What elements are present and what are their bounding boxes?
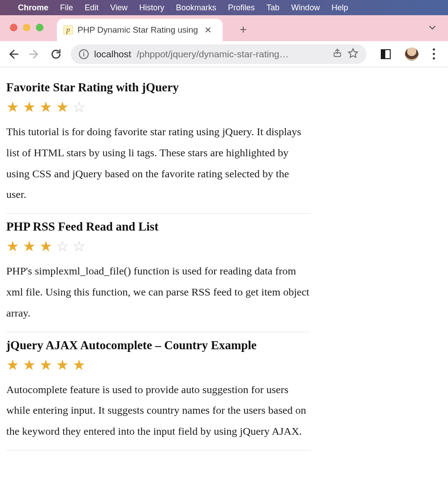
dot-icon [433,48,435,51]
article: Favorite Star Rating with jQuery★★★★☆Thi… [6,81,311,214]
side-panel-toggle-icon[interactable] [381,49,391,59]
star-filled-icon[interactable]: ★ [6,358,19,372]
address-bar[interactable]: i localhost/phppot/jquery/dynamic-star-r… [71,44,366,64]
menubar-help[interactable]: Help [332,3,348,13]
arrow-left-icon [7,48,19,60]
dot-icon [433,57,435,60]
menubar-window[interactable]: Window [291,3,320,13]
share-button[interactable] [332,48,342,60]
site-info-icon[interactable]: i [79,49,89,59]
chevron-down-icon [427,22,437,32]
menubar-tab[interactable]: Tab [267,3,280,13]
menubar-history[interactable]: History [139,3,164,13]
article-description: This tutorial is for doing favorite star… [6,121,311,205]
window-zoom-button[interactable] [36,24,43,31]
star-rating[interactable]: ★★★★★ [6,358,311,372]
star-filled-icon[interactable]: ★ [73,358,86,372]
dot-icon [433,53,435,55]
menubar-bookmarks[interactable]: Bookmarks [176,3,216,13]
article-title: jQuery AJAX Autocomplete – Country Examp… [6,338,311,352]
bookmark-button[interactable] [348,47,358,60]
star-filled-icon[interactable]: ★ [39,239,52,253]
star-filled-icon[interactable]: ★ [39,358,52,372]
article-description: Autocomplete feature is used to provide … [6,379,311,442]
star-empty-icon[interactable]: ☆ [56,239,69,253]
profile-avatar[interactable] [405,47,418,61]
star-filled-icon[interactable]: ★ [23,100,36,114]
article: PHP RSS Feed Read and List★★★☆☆PHP's sim… [6,214,311,332]
article: jQuery AJAX Autocomplete – Country Examp… [6,332,311,450]
star-rating[interactable]: ★★★☆☆ [6,239,311,253]
share-icon [332,48,342,58]
browser-tab[interactable]: p PHP Dynamic Star Rating using ✕ [57,19,223,41]
browser-toolbar: i localhost/phppot/jquery/dynamic-star-r… [0,41,448,67]
menubar-app[interactable]: Chrome [18,3,48,13]
page-content: Favorite Star Rating with jQuery★★★★☆Thi… [0,67,448,468]
svg-marker-3 [349,49,358,57]
tab-close-icon[interactable]: ✕ [204,25,212,35]
favicon-letter: p [66,26,70,34]
star-filled-icon[interactable]: ★ [23,239,36,253]
menubar-view[interactable]: View [110,3,128,13]
star-filled-icon[interactable]: ★ [23,358,36,372]
forward-button[interactable] [28,47,41,61]
star-outline-icon [348,47,358,58]
star-empty-icon[interactable]: ☆ [73,100,86,114]
browser-tabstrip: p PHP Dynamic Star Rating using ✕ [0,15,448,41]
star-empty-icon[interactable]: ☆ [73,239,86,253]
star-filled-icon[interactable]: ★ [56,358,69,372]
article-title: Favorite Star Rating with jQuery [6,81,311,94]
reload-icon [50,48,62,60]
reload-button[interactable] [49,47,63,61]
macos-menubar: Chrome File Edit View History Bookmarks … [0,0,448,15]
article-description: PHP's simplexml_load_file() function is … [6,261,311,323]
window-controls [10,24,43,31]
star-rating[interactable]: ★★★★☆ [6,100,311,114]
menubar-edit[interactable]: Edit [85,3,99,13]
tabs-menu-button[interactable] [427,22,437,34]
arrow-right-icon [29,48,40,60]
url-host: localhost [94,49,131,60]
tab-title: PHP Dynamic Star Rating using [78,25,198,35]
menubar-file[interactable]: File [60,3,73,13]
plus-icon [239,25,248,34]
star-filled-icon[interactable]: ★ [39,100,52,114]
tab-favicon-icon: p [63,25,73,35]
window-minimize-button[interactable] [23,24,30,31]
star-filled-icon[interactable]: ★ [6,100,19,114]
url-path: /phppot/jquery/dynamic-star-rating… [137,49,289,60]
new-tab-button[interactable] [234,21,252,39]
chrome-menu-button[interactable] [433,48,435,60]
article-title: PHP RSS Feed Read and List [6,220,311,234]
star-filled-icon[interactable]: ★ [56,100,69,114]
back-button[interactable] [6,47,20,61]
star-filled-icon[interactable]: ★ [6,239,19,253]
menubar-profiles[interactable]: Profiles [228,3,255,13]
window-close-button[interactable] [10,24,17,31]
